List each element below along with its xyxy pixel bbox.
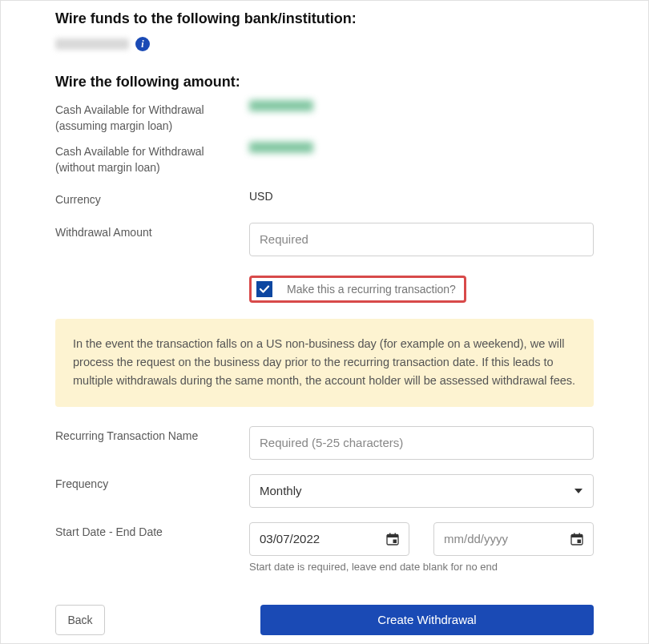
recurring-notice: In the event the transaction falls on a … bbox=[55, 319, 594, 407]
info-icon[interactable]: i bbox=[135, 37, 150, 51]
start-date-input[interactable]: 03/07/2022 bbox=[249, 522, 409, 556]
frequency-select[interactable]: Monthly bbox=[249, 474, 594, 508]
calendar-icon bbox=[570, 533, 583, 545]
svg-rect-8 bbox=[579, 533, 581, 535]
start-date-value: 03/07/2022 bbox=[260, 532, 320, 545]
heading-amount: Wire the following amount: bbox=[55, 74, 594, 91]
recurring-checkbox[interactable] bbox=[256, 281, 272, 297]
create-withdrawal-button[interactable]: Create Withdrawal bbox=[260, 605, 594, 635]
label-cash-no-margin: Cash Available for Withdrawal (without m… bbox=[55, 142, 249, 175]
date-hint: Start date is required, leave end date b… bbox=[249, 561, 594, 573]
svg-rect-4 bbox=[393, 539, 397, 543]
label-recurring-name: Recurring Transaction Name bbox=[55, 426, 249, 445]
svg-rect-2 bbox=[389, 533, 391, 535]
end-date-placeholder: mm/dd/yyyy bbox=[444, 532, 508, 545]
svg-rect-6 bbox=[571, 534, 582, 537]
label-currency: Currency bbox=[55, 190, 249, 208]
recurring-name-input[interactable] bbox=[249, 426, 594, 460]
bank-name-redacted bbox=[55, 38, 129, 50]
heading-bank: Wire funds to the following bank/institu… bbox=[55, 10, 594, 27]
cash-no-margin-value-redacted bbox=[249, 142, 313, 153]
recurring-checkbox-label: Make this a recurring transaction? bbox=[287, 283, 456, 296]
withdrawal-amount-input[interactable] bbox=[249, 223, 594, 256]
cash-margin-value-redacted bbox=[249, 100, 313, 111]
currency-value: USD bbox=[249, 190, 273, 203]
svg-rect-1 bbox=[387, 534, 398, 537]
svg-rect-7 bbox=[574, 533, 575, 535]
end-date-input[interactable]: mm/dd/yyyy bbox=[433, 522, 594, 556]
label-withdrawal-amount: Withdrawal Amount bbox=[55, 223, 249, 241]
label-cash-margin: Cash Available for Withdrawal (assuming … bbox=[55, 100, 249, 134]
svg-rect-9 bbox=[578, 539, 582, 543]
label-date-range: Start Date - End Date bbox=[55, 522, 249, 541]
svg-rect-3 bbox=[395, 533, 397, 535]
calendar-icon bbox=[386, 533, 399, 545]
label-frequency: Frequency bbox=[55, 474, 249, 493]
back-button[interactable]: Back bbox=[55, 605, 105, 635]
recurring-checkbox-container[interactable]: Make this a recurring transaction? bbox=[249, 276, 466, 303]
checkmark-icon bbox=[259, 284, 270, 295]
